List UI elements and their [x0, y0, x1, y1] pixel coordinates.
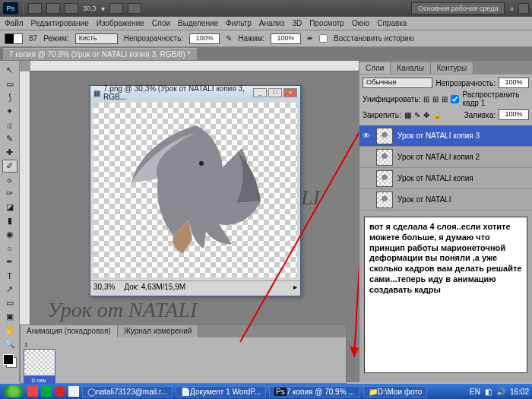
visibility-icon[interactable]	[363, 153, 372, 162]
path-tool[interactable]: ↗	[2, 283, 17, 296]
tablet-icon[interactable]: ✎	[226, 34, 232, 43]
tray-icon[interactable]: ◧	[485, 388, 492, 396]
screen-mode-icon[interactable]	[128, 3, 141, 14]
propagate-frame-checkbox[interactable]	[451, 95, 459, 103]
language-indicator[interactable]: EN	[470, 388, 480, 396]
mode-select[interactable]: Кисть	[75, 33, 118, 44]
lock-transparency-icon[interactable]: ▦	[404, 111, 411, 119]
lock-all-icon[interactable]: 🔒	[432, 111, 442, 119]
crop-tool[interactable]: ⟃	[2, 119, 17, 131]
visibility-icon[interactable]	[363, 174, 372, 183]
start-button[interactable]	[3, 385, 24, 397]
bridge-icon[interactable]	[28, 3, 42, 14]
brush-tool[interactable]: ✐	[2, 160, 17, 173]
clock[interactable]: 16:02	[510, 388, 529, 396]
quick-launch-icon[interactable]	[27, 386, 38, 397]
arrange-docs-icon[interactable]	[109, 3, 123, 14]
floating-window-titlebar[interactable]: ▦ 7.png @ 30,3% (Урок от NATALI копия 3,…	[90, 86, 300, 100]
eraser-tool[interactable]: ◪	[2, 201, 17, 214]
quick-launch-icon[interactable]	[68, 386, 79, 397]
dodge-tool[interactable]: ○	[2, 242, 17, 255]
menu-edit[interactable]: Редактирование	[31, 19, 89, 27]
minibridge-icon[interactable]	[46, 3, 60, 14]
ruler-horizontal[interactable]	[30, 61, 359, 71]
inner-zoom[interactable]: 30,3%	[93, 283, 115, 291]
pen-tool[interactable]: ✒	[2, 255, 17, 268]
marquee-tool[interactable]: ▭	[2, 78, 17, 90]
opera-icon[interactable]	[55, 386, 65, 397]
menu-layer[interactable]: Слои	[152, 19, 170, 27]
layer-thumbnail[interactable]	[376, 192, 393, 208]
taskbar-item-wordpad[interactable]: 📄 Документ 1 WordP...	[176, 386, 266, 397]
layer-row[interactable]: Урок от NATALI	[359, 189, 532, 211]
layer-row[interactable]: 👁 Урок от NATALI копия 3	[359, 125, 532, 147]
history-brush-tool[interactable]: ✑	[2, 187, 17, 200]
tray-icon[interactable]: 🔊	[496, 388, 505, 396]
healing-tool[interactable]: ✚	[2, 146, 17, 159]
tab-measurement-log[interactable]: Журнал измерений	[118, 325, 199, 337]
menu-view[interactable]: Просмотр	[309, 19, 344, 27]
lock-position-icon[interactable]: ✥	[423, 111, 429, 119]
view-extras-icon[interactable]	[65, 3, 78, 14]
csLive-icon[interactable]	[518, 3, 529, 14]
airbrush-icon[interactable]: ✒	[307, 34, 313, 43]
menu-analysis[interactable]: Анализ	[259, 19, 285, 27]
stamp-tool[interactable]: ⎆	[2, 173, 17, 186]
quick-launch-icon[interactable]	[41, 386, 52, 397]
layer-thumbnail[interactable]	[376, 170, 393, 187]
gradient-tool[interactable]: ▮	[2, 214, 17, 227]
brush-preview[interactable]	[5, 33, 23, 44]
eyedropper-tool[interactable]: ✎	[2, 132, 17, 145]
unify-visibility-icon[interactable]: ⊞	[432, 95, 439, 103]
blur-tool[interactable]: ◉	[2, 228, 17, 241]
type-tool[interactable]: T	[2, 269, 17, 282]
zoom-tool[interactable]: 🔍	[2, 337, 17, 350]
layer-thumbnail[interactable]	[376, 149, 393, 166]
lasso-tool[interactable]: ⟆	[2, 91, 17, 104]
hand-tool[interactable]: ✋	[2, 324, 17, 337]
document-tab[interactable]: 7 копия @ 70,9% (Урок от NATALI копия 3,…	[3, 48, 197, 60]
layer-name[interactable]: Урок от NATALI копия 2	[397, 153, 480, 161]
layer-thumbnail[interactable]	[376, 128, 393, 144]
visibility-icon[interactable]	[363, 195, 372, 204]
layer-name[interactable]: Урок от NATALI	[397, 195, 451, 204]
taskbar-item-photoshop[interactable]: Ps 7 копия @ 70,9% ...	[269, 386, 360, 397]
taskbar-item-mail[interactable]: ◯ natali73123@mail.r...	[82, 386, 173, 397]
move-tool[interactable]: ↖	[2, 64, 17, 77]
unify-position-icon[interactable]: ⊞	[423, 95, 429, 103]
menu-filter[interactable]: Фильтр	[226, 19, 252, 27]
brush-size-label[interactable]: 87	[29, 34, 37, 43]
tab-layers[interactable]: Слои	[359, 62, 391, 74]
wand-tool[interactable]: ✦	[2, 105, 17, 118]
menu-file[interactable]: Файл	[5, 19, 24, 27]
maximize-button[interactable]: □	[268, 88, 282, 97]
animation-frame[interactable]: 1 0 сек.	[24, 340, 55, 385]
restore-history-checkbox[interactable]	[319, 34, 328, 43]
opacity-input[interactable]: 100%	[189, 33, 220, 44]
workspace-switcher[interactable]: Основная рабочая среда	[411, 2, 505, 14]
flow-input[interactable]: 100%	[271, 33, 301, 44]
fill-input[interactable]: 100%	[499, 109, 529, 120]
taskbar-item-folder[interactable]: 📁 D:\Мои фото	[363, 386, 428, 397]
menu-3d[interactable]: 3D	[292, 19, 302, 27]
layer-name[interactable]: Урок от NATALI копия	[397, 174, 473, 182]
zoom-level[interactable]: 30,3	[83, 5, 97, 12]
layer-row[interactable]: Урок от NATALI копия 2	[359, 147, 532, 168]
tab-channels[interactable]: Каналы	[391, 62, 431, 74]
chevron-down-icon[interactable]: ▾	[101, 5, 105, 13]
close-button[interactable]: ×	[283, 88, 297, 97]
chevron-double-icon[interactable]: »	[509, 5, 514, 13]
color-swatches[interactable]	[3, 354, 17, 368]
unify-style-icon[interactable]: ⊞	[442, 95, 448, 103]
layer-row[interactable]: Урок от NATALI копия	[359, 168, 532, 189]
frame-thumbnail[interactable]	[24, 349, 55, 376]
lock-pixels-icon[interactable]: ✎	[414, 111, 420, 119]
layer-name[interactable]: Урок от NATALI копия 3	[397, 131, 480, 140]
3d-tool[interactable]: ▣	[2, 310, 17, 323]
menu-window[interactable]: Окно	[352, 19, 369, 27]
menu-image[interactable]: Изображение	[97, 19, 144, 27]
shape-tool[interactable]: ▭	[2, 296, 17, 309]
tab-paths[interactable]: Контуры	[431, 62, 473, 74]
menu-select[interactable]: Выделение	[178, 19, 218, 27]
minimize-button[interactable]: _	[253, 88, 267, 97]
